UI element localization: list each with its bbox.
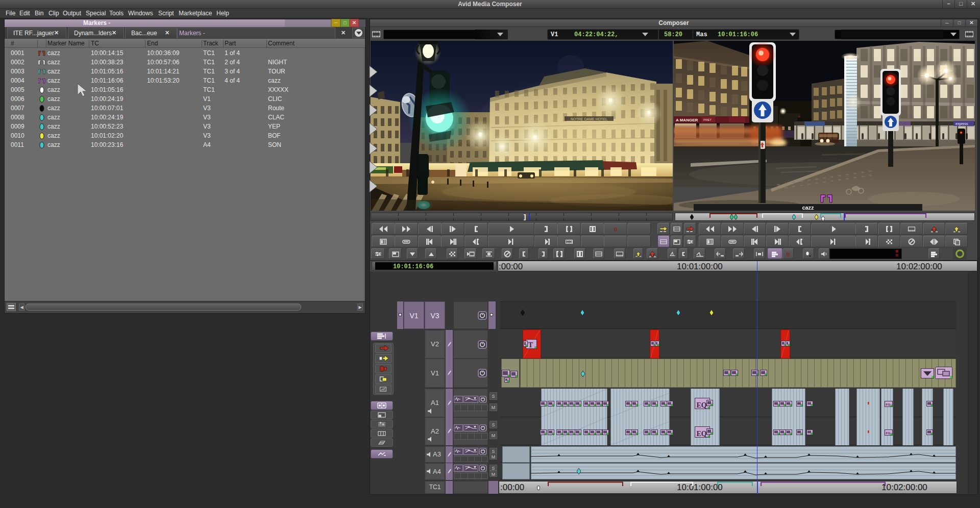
svg-text:EQ: EQ <box>886 431 890 435</box>
svg-text:express: express <box>955 122 968 126</box>
svg-text:NOTRE DAME HOTEL: NOTRE DAME HOTEL <box>571 117 607 121</box>
svg-text:EQ: EQ <box>696 401 706 409</box>
svg-text:PRET: PRET <box>703 118 712 121</box>
svg-text:EQ: EQ <box>696 430 706 438</box>
svg-text:cazz: cazz <box>802 205 814 211</box>
svg-text:A MANGER: A MANGER <box>676 118 698 122</box>
svg-text:0: 0 <box>614 226 617 232</box>
svg-text:EQ: EQ <box>886 403 890 406</box>
svg-text:0: 0 <box>787 251 790 257</box>
svg-text:T: T <box>528 341 533 349</box>
